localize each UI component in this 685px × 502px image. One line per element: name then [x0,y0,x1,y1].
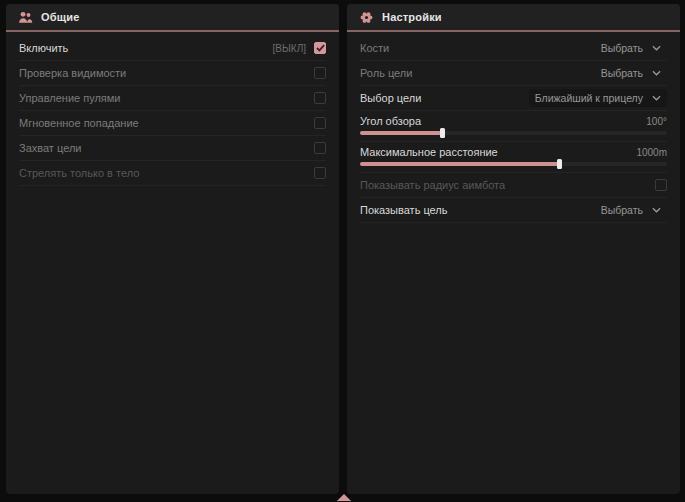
hotkey-state-text: [ВЫКЛ] [273,43,306,54]
panel-general-body: Включить [ВЫКЛ] Проверка видимости Управ… [6,32,339,186]
checkbox[interactable] [314,117,326,129]
row-target-select: Выбор цели Ближайший к прицелу [360,86,667,111]
row-label: Проверка видимости [19,67,126,79]
row-label: Роль цели [360,67,412,79]
row-label: Показывать цель [360,204,448,216]
chevron-down-icon [652,70,661,76]
show-target-dropdown[interactable]: Выбрать [595,201,667,219]
row-bullet-control: Управление пулями [19,86,326,111]
row-target-role: Роль цели Выбрать [360,61,667,86]
chevron-down-icon [652,207,661,213]
panel-general-title: Общие [41,11,80,23]
checkbox[interactable] [314,142,326,154]
slider-value: 1000m [636,147,667,158]
panel-general: Общие Включить [ВЫКЛ] Проверка видимости… [6,4,339,494]
row-show-target: Показывать цель Выбрать [360,198,667,223]
row-label: Стрелять только в тело [19,167,139,179]
panel-settings-body: Кости Выбрать Роль цели Выбрать [347,32,680,223]
row-label: Управление пулями [19,92,121,104]
dropdown-value: Ближайший к прицелу [535,92,643,104]
chevron-down-icon [652,45,661,51]
row-fov: Угол обзора 100° [360,111,667,142]
row-label: Выбор цели [360,92,421,104]
panel-settings: Настройки Кости Выбрать Роль цели Выбрат… [347,4,680,494]
mod-menu: Общие Включить [ВЫКЛ] Проверка видимости… [0,0,685,502]
row-visibility-check: Проверка видимости [19,61,326,86]
target-role-dropdown[interactable]: Выбрать [595,64,667,82]
row-label: Максимальное расстояние [360,146,498,158]
checkbox[interactable] [314,42,326,54]
panel-settings-header: Настройки [347,4,680,30]
bones-dropdown[interactable]: Выбрать [595,39,667,57]
scroll-up-arrow-icon[interactable] [337,494,351,501]
row-max-distance: Максимальное расстояние 1000m [360,142,667,173]
panel-settings-title: Настройки [382,11,442,23]
dropdown-value: Выбрать [601,67,643,79]
dropdown-value: Выбрать [601,204,643,216]
slider-fill [360,162,560,166]
fov-slider[interactable] [360,131,667,135]
slider-value: 100° [646,116,667,127]
row-label: Показывать радиус аимбота [360,179,505,191]
gear-icon [359,10,374,25]
row-bones: Кости Выбрать [360,36,667,61]
target-select-dropdown[interactable]: Ближайший к прицелу [529,89,667,107]
users-icon [18,10,33,25]
slider-thumb[interactable] [440,128,445,138]
row-label: Кости [360,42,389,54]
check-icon [316,44,325,52]
checkbox[interactable] [655,179,667,191]
slider-fill [360,131,443,135]
row-show-aimbot-radius: Показывать радиус аимбота [360,173,667,198]
max-distance-slider[interactable] [360,162,667,166]
row-label: Захват цели [19,142,81,154]
row-target-lock: Захват цели [19,136,326,161]
row-label: Угол обзора [360,115,421,127]
row-label: Включить [19,42,68,54]
row-enable: Включить [ВЫКЛ] [19,36,326,61]
chevron-down-icon [652,95,661,101]
row-body-only: Стрелять только в тело [19,161,326,186]
row-instant-hit: Мгновенное попадание [19,111,326,136]
row-label: Мгновенное попадание [19,117,139,129]
slider-thumb[interactable] [557,159,562,169]
panel-general-header: Общие [6,4,339,30]
checkbox[interactable] [314,67,326,79]
checkbox[interactable] [314,167,326,179]
dropdown-value: Выбрать [601,42,643,54]
checkbox[interactable] [314,92,326,104]
